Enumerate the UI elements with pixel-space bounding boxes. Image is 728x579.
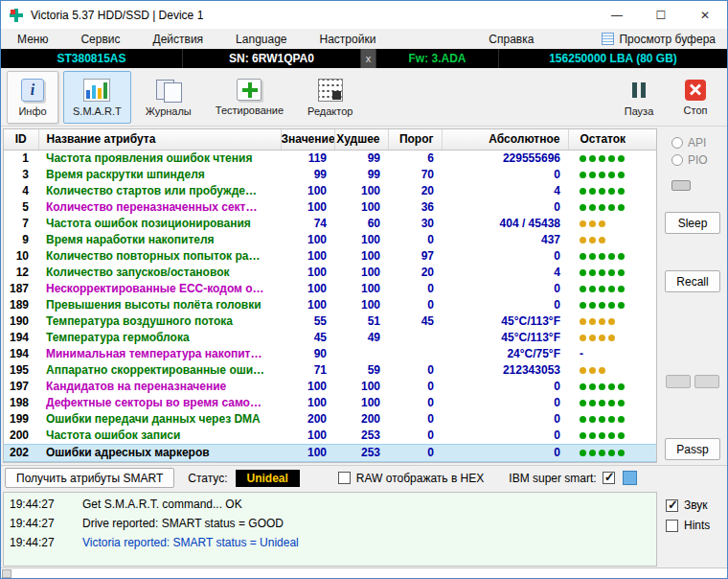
radio-pio[interactable]: PIO xyxy=(671,153,708,167)
recall-button[interactable]: Recall xyxy=(665,270,720,292)
sleep-button[interactable]: Sleep xyxy=(665,212,720,234)
column-header-5: Порог xyxy=(388,129,442,150)
attribute-raw: 4 xyxy=(442,183,568,199)
column-header-4: Худшее xyxy=(334,129,388,150)
toolbar-journals-button[interactable]: Журналы xyxy=(136,71,201,124)
attribute-id: 189 xyxy=(4,297,38,313)
maximize-button[interactable]: ☐ xyxy=(639,1,683,29)
buffer-view-label: Просмотр буфера xyxy=(619,33,716,46)
stop-icon xyxy=(685,80,706,101)
attribute-health xyxy=(568,362,656,379)
toolbar-button-label: Редактор xyxy=(307,105,353,117)
smart-row-187[interactable]: 187Нескорректированные ECC-кодом о…10010… xyxy=(4,281,656,297)
attribute-worst: 100 xyxy=(334,183,388,199)
attribute-raw: 0 xyxy=(442,281,568,297)
status-value-badge: Unideal xyxy=(236,470,300,487)
main-area: IDНазвание атрибутаЗначениеХудшееПорогАб… xyxy=(1,127,727,465)
menu-item-5[interactable]: Настройки xyxy=(304,33,393,46)
toolbar-test-kit-button[interactable]: Тестирование xyxy=(206,71,293,124)
info-icon xyxy=(21,79,44,102)
smart-row-9[interactable]: 9Время наработки накопителя1001000437 xyxy=(4,232,656,248)
menu-item-1[interactable]: Меню xyxy=(1,33,64,46)
passp-button[interactable]: Passp xyxy=(665,438,720,460)
toolbar-pause-button[interactable]: Пауза xyxy=(613,71,665,124)
menu-item-4[interactable]: Language xyxy=(219,33,303,46)
scrollbar-thumb[interactable] xyxy=(2,569,11,578)
attribute-threshold: 0 xyxy=(388,428,442,445)
menu-item-2[interactable]: Сервис xyxy=(64,33,136,46)
log-time: 19:44:27 xyxy=(10,514,69,533)
attribute-id: 10 xyxy=(4,248,38,265)
attribute-health xyxy=(568,379,656,395)
attribute-value: 99 xyxy=(281,167,334,183)
raw-hex-checkbox[interactable]: RAW отображать в HEX xyxy=(338,472,484,485)
attribute-health xyxy=(568,428,656,445)
attribute-worst: 253 xyxy=(334,428,388,445)
ibm-color-swatch[interactable] xyxy=(623,471,637,485)
mini-button-right[interactable] xyxy=(694,375,719,388)
smart-row-195[interactable]: 195Аппаратно скорректированные оши…71590… xyxy=(4,362,656,379)
smart-row-10[interactable]: 10Количество повторных попыток ра…100100… xyxy=(4,248,656,265)
buffer-view-button[interactable]: Просмотр буфера xyxy=(602,33,727,46)
attribute-threshold: 0 xyxy=(388,281,442,297)
attribute-value: 119 xyxy=(281,150,334,167)
attribute-worst: 100 xyxy=(334,248,388,265)
ibm-checkbox[interactable] xyxy=(603,472,615,484)
toolbar-info-button[interactable]: Инфо xyxy=(7,71,58,124)
smart-row-198[interactable]: 198Дефектные секторы во время само…10010… xyxy=(4,395,656,411)
attribute-value: 100 xyxy=(281,395,334,411)
attribute-threshold xyxy=(388,330,442,346)
attribute-threshold: 0 xyxy=(388,362,442,379)
attribute-worst: 100 xyxy=(334,379,388,395)
attribute-raw: 0 xyxy=(442,199,568,216)
attribute-id: 198 xyxy=(4,395,38,411)
smart-row-1[interactable]: 1Частота проявления ошибок чтения1199962… xyxy=(4,150,656,167)
log-side-panel: Звук Hints xyxy=(658,490,727,567)
toolbar-button-label: Инфо xyxy=(18,105,46,117)
minimize-button[interactable]: — xyxy=(595,1,639,29)
smart-row-189[interactable]: 189Превышения высоты полёта головки10010… xyxy=(4,297,656,313)
radio-api[interactable]: API xyxy=(671,136,706,150)
toolbar-stop-button[interactable]: Стоп xyxy=(670,71,721,124)
smart-row-202[interactable]: 202Ошибки адресных маркеров10025300 xyxy=(4,444,656,461)
smart-row-190[interactable]: 190Температура воздушного потока55514545… xyxy=(4,313,656,330)
smart-row-197[interactable]: 197Кандидатов на переназначение10010000 xyxy=(4,379,656,395)
mini-button-left[interactable] xyxy=(666,375,691,388)
get-smart-button[interactable]: Получить атрибуты SMART xyxy=(5,468,174,488)
attribute-health xyxy=(568,313,656,330)
toolbar-hex-editor-button[interactable]: Редактор xyxy=(298,71,362,124)
smart-row-194[interactable]: 194Минимальная температура накопит…9024°… xyxy=(4,346,656,362)
menu-item-3[interactable]: Действия xyxy=(137,33,220,46)
smart-row-3[interactable]: 3Время раскрутки шпинделя9999700 xyxy=(4,167,656,183)
sound-checkbox[interactable]: Звук xyxy=(666,498,727,512)
attribute-raw: 229555696 xyxy=(442,150,568,167)
titlebar: Victoria 5.37 HDD/SSD | Device 1 — ☐ ✕ xyxy=(1,1,727,29)
attribute-threshold: 20 xyxy=(388,183,442,199)
column-header-2: Название атрибута xyxy=(38,129,281,150)
attribute-raw: 0 xyxy=(442,395,568,411)
menubar: МенюСервисДействияLanguageНастройкиСправ… xyxy=(1,29,727,49)
attribute-id: 202 xyxy=(4,444,38,461)
menu-item-6[interactable]: Справка xyxy=(472,33,550,46)
smart-row-7[interactable]: 7Частота ошибок позиционирования74603040… xyxy=(4,216,656,232)
smart-row-200[interactable]: 200Частота ошибок записи10025300 xyxy=(4,428,656,445)
smart-row-12[interactable]: 12Количество запусков/остановок100100204 xyxy=(4,265,656,281)
smart-row-5[interactable]: 5Количество переназначенных сект…1001003… xyxy=(4,199,656,216)
attribute-name: Количество стартов или пробужде… xyxy=(38,183,281,199)
column-header-1: ID xyxy=(4,129,38,150)
log-text: Drive reported: SMART status = GOOD xyxy=(82,514,284,533)
log-time: 19:44:27 xyxy=(10,533,69,552)
device-x-button[interactable]: x xyxy=(361,49,376,68)
hints-checkbox[interactable]: Hints xyxy=(666,519,727,532)
smart-row-199[interactable]: 199Ошибки передачи данных через DMA20020… xyxy=(4,411,656,428)
smart-row-194[interactable]: 194Температура гермоблока454945°C/113°F xyxy=(4,330,656,346)
device-info-bar: ST380815AS SN: 6RW1QPA0 x Fw: 3.ADA 1562… xyxy=(1,49,727,68)
victoria-app-icon xyxy=(9,8,24,23)
device-model: ST380815AS xyxy=(1,49,183,68)
pause-icon xyxy=(627,79,650,102)
attribute-worst: 60 xyxy=(334,216,388,232)
close-button[interactable]: ✕ xyxy=(683,1,727,29)
toolbar-smart-chart-button[interactable]: S.M.A.R.T xyxy=(63,71,131,124)
smart-row-4[interactable]: 4Количество стартов или пробужде…1001002… xyxy=(4,183,656,199)
attribute-raw: 404 / 45438 xyxy=(442,216,568,232)
